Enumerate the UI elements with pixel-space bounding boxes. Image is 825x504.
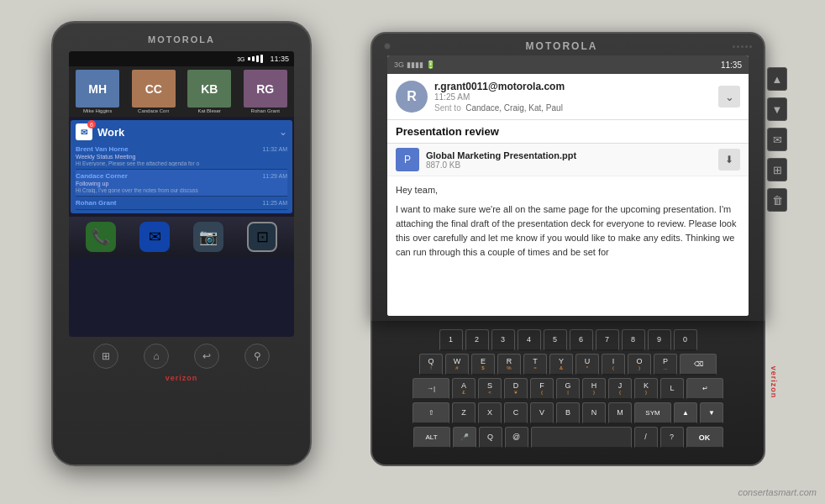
side-buttons: ▲ ▼ ✉ ⊞ 🗑 — [767, 67, 787, 212]
key-8[interactable]: 8 — [622, 329, 645, 351]
key-h[interactable]: H} — [582, 378, 606, 400]
large-3g-icon: 3G — [394, 60, 404, 69]
key-enter[interactable]: ↵ — [686, 378, 723, 400]
key-shift[interactable]: ⇧ — [412, 402, 449, 424]
nav-search-button[interactable]: ⚲ — [244, 344, 270, 369]
key-n[interactable]: N — [582, 402, 606, 424]
attachment-file-icon: P — [396, 148, 419, 171]
key-3[interactable]: 3 — [491, 329, 515, 351]
large-brand-row: MOTOROLA — [372, 34, 764, 55]
key-u[interactable]: U* — [575, 354, 599, 375]
work-icon: ✉ 6 — [76, 123, 92, 140]
key-sym[interactable]: SYM — [634, 402, 671, 424]
key-0[interactable]: 0 — [674, 329, 697, 351]
key-g[interactable]: G| — [556, 378, 580, 400]
key-mic[interactable]: 🎤 — [453, 427, 476, 449]
email-header-info: r.grant0011@motorola.com 11:25 AM Sent t… — [434, 81, 712, 113]
email-item-brent[interactable]: Brent Van Horne 11:32 AM Weekly Status M… — [76, 143, 287, 170]
key-2[interactable]: 2 — [465, 329, 489, 351]
contact-name-mike: Mike Higgins — [83, 108, 112, 113]
key-q[interactable]: Q! — [419, 354, 443, 375]
contact-mike[interactable]: MH Mike Higgins — [71, 70, 125, 113]
app-phone-icon[interactable]: 📞 — [86, 222, 116, 252]
key-v[interactable]: V — [530, 402, 554, 424]
small-screen-bottom: 📞 ✉ 📷 ⊡ — [69, 217, 294, 257]
side-delete-button[interactable]: 🗑 — [767, 188, 787, 212]
key-o[interactable]: O) — [628, 354, 651, 375]
app-mail-icon[interactable]: ✉ — [139, 222, 170, 252]
phones-container: MOTOROLA 3G 11:35 MH Mike H — [51, 21, 774, 483]
nav-home-button[interactable]: ⌂ — [144, 344, 169, 369]
key-backspace[interactable]: ⌫ — [680, 354, 717, 375]
email-body: Hey team, I want to make sure we're all … — [387, 176, 749, 266]
key-at[interactable]: @ — [505, 427, 528, 449]
email-more-button[interactable]: ⌄ — [718, 86, 740, 108]
key-m[interactable]: M — [608, 402, 632, 424]
app-camera-icon[interactable]: 📷 — [193, 222, 223, 252]
keyboard-row-zxcv: ⇧ Z X C V B N M SYM ▲ ▼ — [384, 402, 752, 424]
key-tab[interactable]: →| — [412, 378, 449, 400]
email-item-rohan[interactable]: Rohan Grant 11:25 AM — [76, 197, 287, 210]
email-item-candace[interactable]: Candace Corner 11:29 AM Following up Hi … — [76, 170, 287, 197]
side-mail-button[interactable]: ✉ — [767, 128, 787, 151]
small-phone-bottom: ⊞ ⌂ ↩ ⚲ verizon — [53, 337, 310, 387]
key-c[interactable]: C — [504, 402, 528, 424]
contact-rohan[interactable]: RG Rohan Grant — [239, 70, 293, 113]
email-to-label: Sent to — [434, 103, 461, 113]
key-e[interactable]: E$ — [471, 354, 495, 375]
key-question[interactable]: ? — [660, 427, 684, 449]
key-q2[interactable]: Q — [479, 427, 502, 449]
key-l[interactable]: L — [660, 378, 684, 400]
key-f[interactable]: F{ — [530, 378, 554, 400]
large-battery-icon: 🔋 — [426, 60, 435, 69]
key-4[interactable]: 4 — [518, 329, 541, 351]
key-k[interactable]: K} — [634, 378, 658, 400]
key-slash[interactable]: / — [634, 427, 658, 449]
contact-kat[interactable]: KB Kat Bleser — [182, 70, 237, 113]
key-p[interactable]: P... — [654, 354, 677, 375]
phone-small: MOTOROLA 3G 11:35 MH Mike H — [51, 21, 312, 466]
email-list: Brent Van Horne 11:32 AM Weekly Status M… — [76, 143, 287, 210]
attachment-size: 887.0 KB — [426, 160, 712, 170]
key-space[interactable] — [531, 427, 632, 449]
key-5[interactable]: 5 — [544, 329, 567, 351]
key-i[interactable]: I( — [602, 354, 625, 375]
key-w[interactable]: W# — [445, 354, 469, 375]
key-r[interactable]: R% — [497, 354, 521, 375]
app-multitask-icon[interactable]: ⊡ — [247, 222, 277, 252]
contact-candace[interactable]: CC Candace Corr — [127, 70, 181, 113]
key-a[interactable]: A£ — [452, 378, 476, 400]
sender-avatar: R — [396, 81, 428, 113]
email-preview-candace: Hi Craig, I've gone over the notes from … — [76, 187, 286, 193]
key-b[interactable]: B — [556, 402, 580, 424]
signal-bar-3 — [256, 55, 259, 62]
key-ok[interactable]: OK — [686, 427, 723, 449]
key-t[interactable]: T= — [523, 354, 547, 375]
work-chevron-icon[interactable]: ⌄ — [279, 126, 287, 138]
key-x[interactable]: X — [478, 402, 502, 424]
email-subject-brent: Weekly Status Meeting — [76, 154, 287, 160]
key-j[interactable]: J{ — [608, 378, 632, 400]
key-arrow-down[interactable]: ▼ — [700, 402, 723, 424]
small-phone-brand: MOTOROLA — [148, 34, 215, 45]
nav-back-button[interactable]: ↩ — [194, 344, 219, 369]
key-d[interactable]: D¥ — [504, 378, 528, 400]
key-9[interactable]: 9 — [648, 329, 671, 351]
key-7[interactable]: 7 — [596, 329, 619, 351]
key-6[interactable]: 6 — [570, 329, 593, 351]
side-down-button[interactable]: ▼ — [767, 97, 787, 121]
key-arrow-up[interactable]: ▲ — [674, 402, 697, 424]
email-preview-brent: Hi Everyone, Please see the attached age… — [76, 160, 286, 166]
key-alt[interactable]: ALT — [413, 427, 450, 449]
attachment-download-button[interactable]: ⬇ — [718, 149, 740, 171]
nav-apps-button[interactable]: ⊞ — [93, 344, 118, 369]
key-z[interactable]: Z — [452, 402, 476, 424]
large-verizon-label: verizon — [770, 366, 779, 399]
work-widget[interactable]: ✉ 6 Work ⌄ Brent Van Horne 11:32 AM Week… — [71, 120, 292, 213]
speaker-dots — [733, 45, 752, 48]
key-s[interactable]: S< — [478, 378, 502, 400]
key-1[interactable]: 1 — [439, 329, 463, 351]
side-up-button[interactable]: ▲ — [767, 67, 787, 91]
side-apps-button[interactable]: ⊞ — [767, 158, 787, 181]
key-y[interactable]: Y& — [549, 354, 573, 375]
